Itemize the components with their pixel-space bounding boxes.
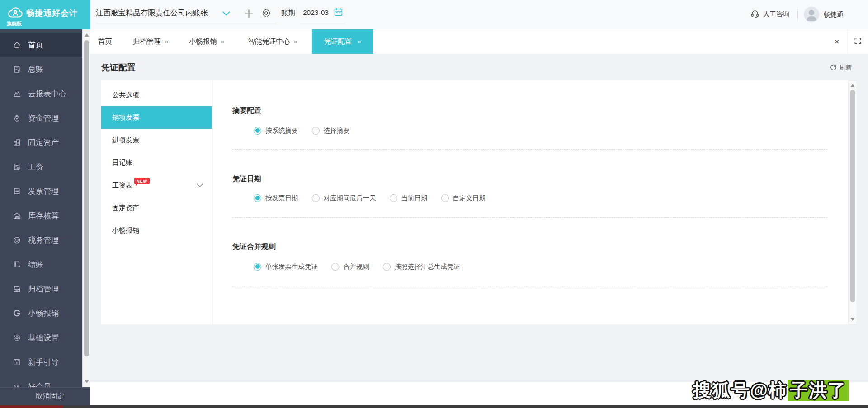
expense-icon bbox=[12, 309, 21, 318]
username[interactable]: 畅捷通 bbox=[824, 10, 844, 19]
sidebar-item-invoice[interactable]: 发票管理 bbox=[0, 179, 82, 203]
top-bar: 畅捷通好会计 旗舰版 江西服宝精品有限责任公司内账张 账期 2023-03 bbox=[0, 0, 868, 29]
fixed-assets-icon bbox=[12, 138, 21, 147]
submenu-item-salary-sheet[interactable]: 工资表 NEW bbox=[101, 174, 212, 197]
support-button[interactable]: 人工咨询 bbox=[750, 9, 789, 19]
voucher-config-panel: 公共选项 销项发票 进项发票 日记账 工资表 NEW 固定资产 bbox=[101, 80, 848, 324]
sidebar-item-settle[interactable]: 结账 bbox=[0, 252, 82, 277]
radio-unselected-icon[interactable] bbox=[312, 194, 320, 202]
scroll-down-icon[interactable] bbox=[850, 318, 855, 321]
sidebar-item-tax[interactable]: 税务管理 bbox=[0, 228, 82, 252]
period-value[interactable]: 2023-03 bbox=[303, 9, 329, 17]
close-all-tabs-button[interactable]: × bbox=[826, 29, 847, 54]
chevron-down-icon[interactable] bbox=[197, 183, 203, 188]
submenu-item-sales-invoice[interactable]: 销项发票 bbox=[101, 106, 212, 129]
report-center-icon bbox=[12, 89, 21, 98]
sidebar-item-settings[interactable]: 基础设置 bbox=[0, 325, 82, 350]
sidebar-item-fixed-assets[interactable]: 固定资产 bbox=[0, 130, 82, 155]
chevron-down-icon[interactable] bbox=[222, 10, 230, 18]
radio-unselected-icon[interactable] bbox=[441, 194, 449, 202]
radio-unselected-icon[interactable] bbox=[331, 263, 339, 271]
close-tab-icon[interactable]: × bbox=[165, 38, 169, 45]
voucher-date-options: 按发票日期 对应期间最后一天 当前日期 自定义日期 bbox=[254, 193, 827, 203]
guide-icon bbox=[12, 357, 21, 366]
sidebar-item-inventory[interactable]: 库存核算 bbox=[0, 203, 82, 228]
company-underline bbox=[96, 23, 276, 23]
scrollbar-thumb[interactable] bbox=[850, 90, 855, 302]
section-divider bbox=[232, 217, 827, 218]
config-submenu: 公共选项 销项发票 进项发票 日记账 工资表 NEW 固定资产 bbox=[101, 80, 212, 324]
sidebar-item-report-center[interactable]: 云报表中心 bbox=[0, 81, 82, 106]
app-window: 畅捷通好会计 旗舰版 江西服宝精品有限责任公司内账张 账期 2023-03 bbox=[0, 0, 868, 408]
close-tab-icon[interactable]: × bbox=[294, 38, 298, 45]
scrollbar-thumb[interactable] bbox=[84, 40, 89, 356]
company-selector[interactable]: 江西服宝精品有限责任公司内账张 bbox=[96, 8, 208, 18]
sidebar-item-guide[interactable]: 新手引导 bbox=[0, 350, 82, 374]
tab-expense[interactable]: 小畅报销 × bbox=[189, 29, 225, 54]
radio-selected-icon[interactable] bbox=[254, 263, 261, 271]
invoice-icon bbox=[12, 187, 21, 196]
radio-merge-rule[interactable]: 合并规则 bbox=[331, 263, 369, 271]
refresh-button[interactable]: 刷新 bbox=[830, 64, 852, 72]
new-badge: NEW bbox=[134, 178, 150, 184]
sidebar-item-home[interactable]: 首页 bbox=[0, 33, 82, 57]
radio-unselected-icon[interactable] bbox=[390, 194, 397, 202]
submenu-item-journal[interactable]: 日记账 bbox=[101, 151, 212, 174]
radio-current-date[interactable]: 当前日期 bbox=[390, 194, 428, 202]
gear-icon[interactable] bbox=[261, 8, 271, 20]
radio-single-invoice[interactable]: 单张发票生成凭证 bbox=[254, 263, 318, 271]
inventory-icon bbox=[12, 211, 21, 220]
radio-selected-icon[interactable] bbox=[254, 127, 261, 135]
unpin-sidebar-button[interactable]: 取消固定 bbox=[0, 387, 90, 405]
submenu-item-expense[interactable]: 小畅报销 bbox=[101, 219, 212, 242]
tab-smart-voucher-center[interactable]: 智能凭证中心 × bbox=[248, 29, 298, 54]
tab-archive[interactable]: 归档管理 × bbox=[133, 29, 169, 54]
home-icon bbox=[12, 40, 21, 49]
radio-unselected-icon[interactable] bbox=[383, 263, 391, 271]
radio-custom-date[interactable]: 自定义日期 bbox=[441, 194, 486, 202]
radio-unselected-icon[interactable] bbox=[312, 127, 320, 135]
voucher-config-form: 摘要配置 按系统摘要 选择摘要 凭证日期 按发票日期 bbox=[213, 80, 848, 324]
app-title: 畅捷通好会计 bbox=[26, 8, 78, 19]
submenu-item-fixed-assets[interactable]: 固定资产 bbox=[101, 197, 212, 219]
tab-voucher-config[interactable]: 凭证配置 × bbox=[312, 29, 373, 54]
merge-rule-options: 单张发票生成凭证 合并规则 按照选择汇总生成凭证 bbox=[254, 262, 827, 272]
watermark-highlight: 子洪了 bbox=[788, 380, 849, 401]
watermark: 搜狐号@柿子洪了 bbox=[693, 378, 849, 403]
scroll-up-icon[interactable] bbox=[850, 84, 855, 87]
radio-invoice-date[interactable]: 按发票日期 bbox=[254, 194, 298, 202]
settings-icon bbox=[12, 333, 21, 342]
fullscreen-icon bbox=[854, 37, 862, 47]
tab-home[interactable]: 首页 bbox=[98, 29, 112, 54]
fullscreen-button[interactable] bbox=[847, 29, 868, 54]
period-label: 账期 bbox=[281, 9, 295, 18]
radio-summary-by-selection[interactable]: 按照选择汇总生成凭证 bbox=[383, 263, 460, 271]
submenu-item-purchase-invoice[interactable]: 进项发票 bbox=[101, 129, 212, 151]
support-label: 人工咨询 bbox=[763, 10, 789, 19]
unpin-icon bbox=[26, 392, 34, 402]
summary-options: 按系统摘要 选择摘要 bbox=[254, 126, 827, 136]
sidebar-item-member[interactable]: 好会员 bbox=[0, 374, 82, 387]
radio-system-summary[interactable]: 按系统摘要 bbox=[254, 127, 298, 135]
tax-icon bbox=[12, 235, 21, 244]
content-scrollbar[interactable] bbox=[848, 80, 857, 324]
scroll-down-icon[interactable] bbox=[85, 380, 89, 383]
close-tab-icon[interactable]: × bbox=[357, 38, 361, 45]
radio-selected-icon[interactable] bbox=[254, 194, 261, 202]
calendar-icon[interactable] bbox=[334, 7, 343, 19]
sidebar-item-general-ledger[interactable]: 总账 bbox=[0, 57, 82, 81]
avatar[interactable] bbox=[804, 7, 819, 22]
page-header: 凭证配置 刷新 bbox=[90, 54, 868, 80]
funds-icon bbox=[12, 113, 21, 122]
radio-period-last-day[interactable]: 对应期间最后一天 bbox=[312, 194, 376, 202]
scroll-up-icon[interactable] bbox=[85, 33, 89, 37]
sidebar-item-salary[interactable]: 工资 bbox=[0, 155, 82, 179]
plus-icon[interactable] bbox=[244, 9, 254, 20]
sidebar-item-archive[interactable]: 归档管理 bbox=[0, 277, 82, 301]
submenu-item-common-options[interactable]: 公共选项 bbox=[101, 84, 212, 106]
sidebar-item-expense[interactable]: 小畅报销 bbox=[0, 301, 82, 325]
sidebar-scrollbar[interactable] bbox=[82, 29, 90, 387]
close-tab-icon[interactable]: × bbox=[221, 38, 225, 45]
sidebar-item-funds[interactable]: 资金管理 bbox=[0, 106, 82, 130]
radio-choose-summary[interactable]: 选择摘要 bbox=[312, 127, 350, 135]
